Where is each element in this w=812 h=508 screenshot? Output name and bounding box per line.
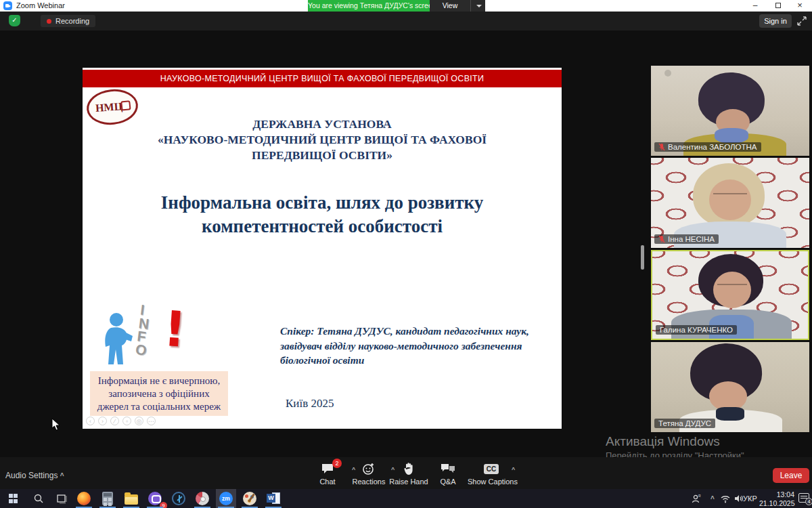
book-icon [120,100,131,110]
audio-settings-button[interactable]: Audio Settings ^ [5,471,64,480]
paint-icon [243,492,256,505]
taskbar-viber[interactable]: 9 [145,489,165,508]
recording-indicator: Recording [41,15,95,27]
panel-divider-handle[interactable] [641,245,644,270]
participant-name: Галина КУРАЧЕНКО [660,326,733,334]
window-titlebar: Zoom Webinar You are viewing Тетяна ДУДУ… [0,0,812,12]
info-letters: I N F O [135,303,152,356]
taskbar-app-k[interactable] [168,489,189,508]
minimize-button[interactable]: – [744,0,766,12]
slide-header-band: НАУКОВО-МЕТОДИЧНИЙ ЦЕНТР ВИЩОЇ ТА ФАХОВО… [83,70,562,87]
pen-icon: ∕ [110,417,119,425]
slide-city-year: Київ 2025 [286,397,334,410]
leave-button[interactable]: Leave [773,468,809,483]
maximize-button[interactable] [767,0,789,12]
close-button[interactable]: × [789,0,811,12]
slide-organization: ДЕРЖАВНА УСТАНОВА «НАУКОВО-МЕТОДИЧНИЙ ЦЕ… [116,117,528,163]
smiley-icon [362,462,376,475]
video-tile[interactable]: Інна НЕСІНА [651,158,809,248]
meeting-info-bar: ✓ Recording Sign in [0,12,812,30]
exclamation-mark-icon: ! [162,300,188,358]
next-slide-icon: › [98,417,107,425]
security-shield-icon[interactable]: ✓ [9,15,20,26]
ceiling-lamp [664,70,671,77]
clock-time: 13:04 [759,490,794,499]
calculator-icon [102,492,113,505]
screen-share-banner: You are viewing Тетяна ДУДУС's screen [308,0,430,12]
participant-name-tag: Валентина ЗАБОЛОТНА [654,142,761,152]
show-captions-button[interactable]: CC Show Captions [468,462,515,486]
nmc-logo-text: НМЦ [95,100,122,114]
participant-name: Тетяна ДУДУС [658,419,711,427]
taskbar-paint[interactable] [240,489,260,508]
org-line-2: «НАУКОВО-МЕТОДИЧНИЙ ЦЕНТР ВИЩОЇ ТА ФАХОВ… [116,132,528,163]
glasses [713,193,747,200]
participant-name-tag: Тетяна ДУДУС [654,419,715,428]
participant-name-tag: Інна НЕСІНА [654,234,719,244]
view-options-caret[interactable] [470,0,485,12]
zoom-icon: zm [219,492,233,505]
org-line-1: ДЕРЖАВНА УСТАНОВА [116,117,528,132]
taskbar-word[interactable]: W [263,489,284,508]
slideshow-toolbar: ‹ › ∕ ▫ ◎ ⋯ [86,417,156,425]
chevron-up-icon: ^ [710,495,715,503]
mouse-cursor [51,418,60,431]
zoom-webinar-window: Zoom Webinar You are viewing Тетяна ДУДУ… [0,0,812,508]
qa-bubbles-icon [441,463,455,475]
action-center-icon[interactable]: 4 [798,493,809,503]
slide-thumbnails-icon: ▫ [122,417,131,425]
raised-hand-icon [403,462,414,475]
recording-label: Recording [55,17,89,25]
firefox-icon [77,492,91,505]
word-icon: W [267,492,280,505]
chevron-down-icon [476,5,482,7]
taskbar-file-explorer[interactable] [121,489,141,508]
sign-in-button[interactable]: Sign in [759,14,792,28]
search-button[interactable] [28,489,49,508]
qa-button[interactable]: Q&A [424,462,472,486]
taskbar-media-app[interactable] [192,489,212,508]
video-tile[interactable]: Валентина ЗАБОЛОТНА [651,66,809,156]
start-button[interactable] [3,489,24,508]
contacts-icon: R [692,494,701,503]
notification-badge: 4 [805,498,812,505]
taskbar-calculator[interactable] [97,489,118,508]
view-options-button[interactable]: View Options [430,0,470,12]
slide-caption-box: Інформація не є вичерпною, запозичена з … [90,371,228,416]
taskbar-firefox[interactable] [74,489,94,508]
video-tile-active-speaker[interactable]: Галина КУРАЧЕНКО [651,250,809,340]
windows-taskbar: 9 zm W R ^ УКР 13:04 21.10.2025 4 [0,489,812,508]
k-app-icon [172,492,185,505]
disc-icon [196,492,209,505]
folder-icon [125,494,138,505]
muted-mic-icon [658,235,665,243]
fullscreen-icon[interactable] [797,16,807,26]
clock-date: 21.10.2025 [759,499,794,508]
language-indicator[interactable]: УКР [743,489,757,508]
muted-mic-icon [658,143,665,151]
shared-slide: НАУКОВО-МЕТОДИЧНИЙ ЦЕНТР ВИЩОЇ ТА ФАХОВО… [83,68,562,429]
taskbar-clock[interactable]: 13:04 21.10.2025 [759,490,794,508]
slide-speaker-info: Спікер: Тетяна ДУДУС, кандидат педагогіч… [280,324,562,368]
participant-name: Валентина ЗАБОЛОТНА [668,143,757,151]
slide-clipart: I N F O ! [96,306,218,374]
person-figure-icon [99,312,137,371]
maximize-icon [775,3,781,8]
task-view-button[interactable] [52,489,72,508]
slide-title: Інформальна освіта, шлях до розвитку ком… [99,191,545,238]
participant-name-tag: Галина КУРАЧЕНКО [656,325,737,335]
search-icon [33,493,44,504]
cc-icon: CC [484,464,499,474]
svg-text:R: R [698,494,701,498]
chat-button[interactable]: 2 Chat [304,462,351,486]
taskbar-zoom[interactable]: zm [216,489,236,508]
zoom-control-bar: Audio Settings ^ 2 Chat ^ [0,457,812,489]
windows-logo-icon [9,494,18,503]
chevron-up-icon: ^ [60,472,64,480]
glasses [717,284,747,291]
prev-slide-icon: ‹ [86,417,95,425]
video-tile[interactable]: Тетяна ДУДУС [651,342,809,432]
captions-caret[interactable]: ^ [512,466,515,473]
window-title: Zoom Webinar [16,0,65,12]
participant-name: Інна НЕСІНА [668,235,715,243]
